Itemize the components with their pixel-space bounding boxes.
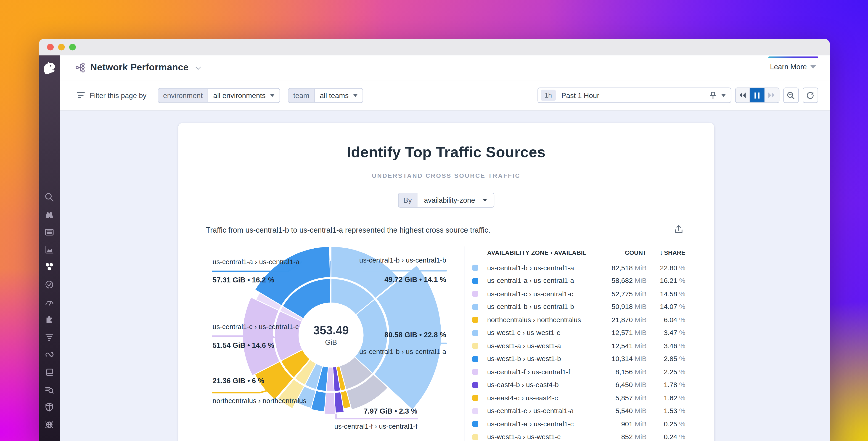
watchdog-binoculars-icon[interactable] <box>44 209 54 219</box>
column-header-zone[interactable]: AVAILABILITY ZONE › AVAILABILITY… <box>472 249 586 256</box>
table-row[interactable]: us-west1-b › us-west1-b10,314 MiB2.85 % <box>471 353 687 365</box>
search-icon[interactable] <box>44 192 54 202</box>
count-cell: 52,775 MiB <box>586 290 647 298</box>
infrastructure-icon[interactable] <box>44 262 54 272</box>
count-cell: 6,450 MiB <box>586 381 647 389</box>
security-shield-icon[interactable] <box>44 402 54 412</box>
page-content: Identify Top Traffic Sources UNDERSTAND … <box>60 111 830 441</box>
metrics-icon[interactable] <box>44 245 54 255</box>
minimize-window-button[interactable] <box>58 43 65 50</box>
table-row[interactable]: us-central1-a › us-central1-a58,682 MiB1… <box>471 274 687 288</box>
table-row[interactable]: us-central1-a › us-central1-c901 MiB0.25… <box>471 417 687 431</box>
refresh-button[interactable] <box>802 88 818 103</box>
environment-filter[interactable]: environment all environments <box>158 88 280 102</box>
team-filter-value: all teams <box>320 91 348 99</box>
pin-icon[interactable] <box>709 91 721 99</box>
count-cell: 12,541 MiB <box>586 342 647 350</box>
time-range-selector[interactable]: 1h Past 1 Hour <box>537 88 731 103</box>
card-subtitle: UNDERSTAND CROSS SOURCE TRAFFIC <box>178 172 714 179</box>
share-cell: 6.04 % <box>647 316 685 324</box>
app-header: Network Performance Learn More <box>60 55 830 80</box>
share-cell: 14.07 % <box>647 303 685 311</box>
monitors-icon[interactable] <box>44 280 54 290</box>
dropdown-triangle-icon <box>483 199 487 202</box>
summary-text: Traffic from us-central1-b to us-central… <box>206 226 490 234</box>
table-row[interactable]: us-east4-b › us-east4-b6,450 MiB1.78 % <box>471 378 687 391</box>
series-color-swatch <box>472 330 478 336</box>
sunburst-segment[interactable] <box>330 278 331 303</box>
table-row[interactable]: us-west1-a › us-west1-a12,541 MiB3.46 % <box>471 340 687 353</box>
team-filter[interactable]: team all teams <box>288 88 363 102</box>
table-row[interactable]: us-central1-b › us-central1-a82,518 MiB2… <box>471 261 687 274</box>
series-color-swatch <box>472 304 478 310</box>
series-color-swatch <box>472 265 478 271</box>
callout-top-left: us-central1-a › us-central1-a 57.31 GiB … <box>213 259 300 283</box>
zone-pair-cell: us-central1-c › us-central1-c <box>487 290 586 298</box>
table-row[interactable]: northcentralus › northcentralus21,870 Mi… <box>471 314 687 326</box>
datadog-logo-icon[interactable] <box>39 55 60 81</box>
count-cell: 10,314 MiB <box>586 355 647 363</box>
share-cell: 16.21 % <box>647 277 685 285</box>
table-row[interactable]: us-central1-c › us-central1-a5,540 MiB1.… <box>471 405 687 417</box>
table-row[interactable]: us-central1-b › us-central1-b50,918 MiB1… <box>471 300 687 314</box>
fast-forward-button[interactable] <box>764 88 779 102</box>
share-cell: 0.25 % <box>647 420 685 428</box>
zone-pair-cell: us-central1-f › us-central1-f <box>487 368 586 376</box>
table-row[interactable]: us-central1-c › us-central1-c52,775 MiB1… <box>471 288 687 300</box>
dashboards-icon[interactable] <box>44 227 54 237</box>
callout-right: 80.58 GiB • 22.8 % us-central1-b › us-ce… <box>359 331 446 355</box>
table-row[interactable]: us-west1-a › us-west1-c852 MiB0.24 % <box>471 431 687 441</box>
callout-left: us-central1-c › us-central1-c 51.54 GiB … <box>213 323 299 349</box>
chevron-down-icon[interactable] <box>195 64 201 69</box>
learn-more-label: Learn More <box>770 63 807 71</box>
rewind-button[interactable] <box>736 88 750 102</box>
filter-bar: Filter this page by environment all envi… <box>60 80 830 111</box>
integrations-puzzle-icon[interactable] <box>44 315 54 325</box>
logs-pipeline-icon[interactable] <box>44 332 54 342</box>
pause-button[interactable] <box>750 88 764 102</box>
series-color-swatch <box>472 382 478 388</box>
network-globe-icon[interactable] <box>44 420 54 430</box>
share-cell: 3.47 % <box>647 329 685 337</box>
sunburst-segment[interactable] <box>330 260 331 277</box>
close-window-button[interactable] <box>47 43 54 50</box>
apm-gauge-icon[interactable] <box>44 297 54 307</box>
series-color-swatch <box>472 356 478 362</box>
count-cell: 12,571 MiB <box>586 329 647 337</box>
window-titlebar <box>39 39 830 56</box>
notebooks-icon[interactable] <box>44 367 54 377</box>
column-header-share[interactable]: ↓SHARE <box>647 248 685 256</box>
count-cell: 5,540 MiB <box>586 407 647 415</box>
share-cell: 1.78 % <box>647 381 685 389</box>
table-row[interactable]: us-west1-c › us-west1-c12,571 MiB3.47 % <box>471 326 687 340</box>
zone-pair-cell: us-east4-b › us-east4-b <box>487 381 586 389</box>
zone-pair-cell: us-west1-a › us-west1-a <box>487 342 586 350</box>
column-header-count[interactable]: COUNT <box>586 249 647 256</box>
app-window: ? Network Performance Learn More <box>39 39 830 441</box>
zoom-out-button[interactable] <box>783 88 799 103</box>
log-search-icon[interactable] <box>44 385 54 395</box>
series-color-swatch <box>472 395 478 401</box>
count-cell: 50,918 MiB <box>586 303 647 311</box>
time-range-label: Past 1 Hour <box>561 91 709 99</box>
time-playback-controls <box>735 88 779 103</box>
group-by-selector[interactable]: By availability-zone <box>398 193 495 207</box>
table-row[interactable]: us-east4-c › us-east4-c5,857 MiB1.62 % <box>471 391 687 405</box>
environment-filter-key: environment <box>158 88 208 102</box>
synthetics-icon[interactable] <box>44 350 54 360</box>
card-title: Identify Top Traffic Sources <box>178 144 714 161</box>
share-cell: 2.25 % <box>647 368 685 376</box>
share-cell: 1.53 % <box>647 407 685 415</box>
zone-pair-cell: us-east4-c › us-east4-c <box>487 394 586 402</box>
count-cell: 82,518 MiB <box>586 264 647 272</box>
share-cell: 0.24 % <box>647 433 685 441</box>
zoom-window-button[interactable] <box>69 43 76 50</box>
count-cell: 8,156 MiB <box>586 368 647 376</box>
export-icon[interactable] <box>673 224 684 235</box>
table-row[interactable]: us-central1-f › us-central1-f8,156 MiB2.… <box>471 365 687 378</box>
zone-pair-cell: us-west1-c › us-west1-c <box>487 329 586 337</box>
group-by-key: By <box>398 193 417 207</box>
learn-more-button[interactable]: Learn More <box>768 56 818 71</box>
count-cell: 58,682 MiB <box>586 277 647 285</box>
filter-bar-label: Filter this page by <box>90 91 147 99</box>
